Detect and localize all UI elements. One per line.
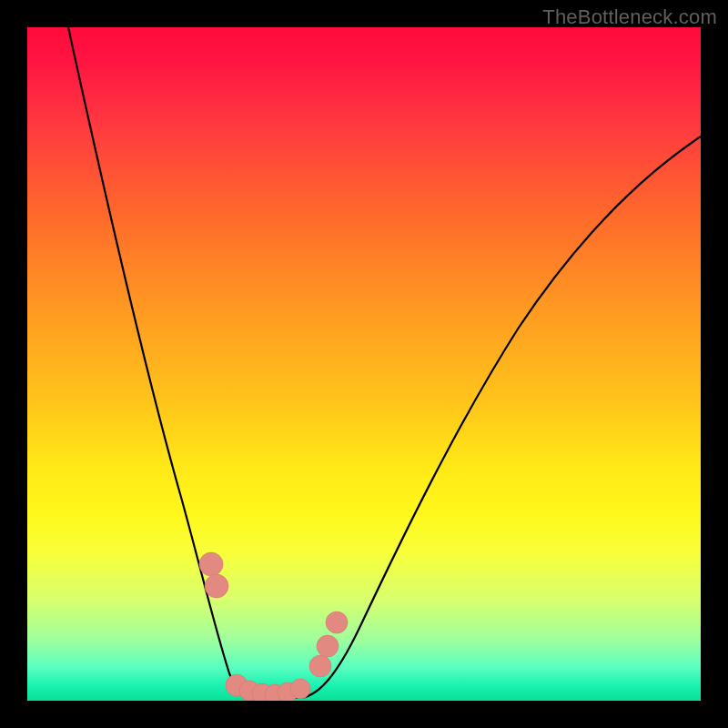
marker-dot (290, 679, 310, 699)
watermark-text: TheBottleneck.com (542, 5, 717, 29)
marker-dot (239, 681, 259, 701)
chart-gradient-background (27, 27, 701, 701)
marker-dot (278, 682, 298, 701)
marker-group (199, 552, 348, 701)
marker-dot (252, 683, 272, 701)
marker-dot (226, 674, 248, 696)
bottleneck-curve-right (300, 136, 701, 698)
marker-dot (326, 612, 348, 633)
bottleneck-curve-left (68, 27, 259, 698)
marker-dot (309, 655, 331, 677)
chart-svg (27, 27, 701, 701)
marker-dot (199, 552, 223, 576)
marker-dot (317, 635, 339, 657)
marker-dot (205, 574, 228, 598)
marker-dot (265, 684, 285, 701)
